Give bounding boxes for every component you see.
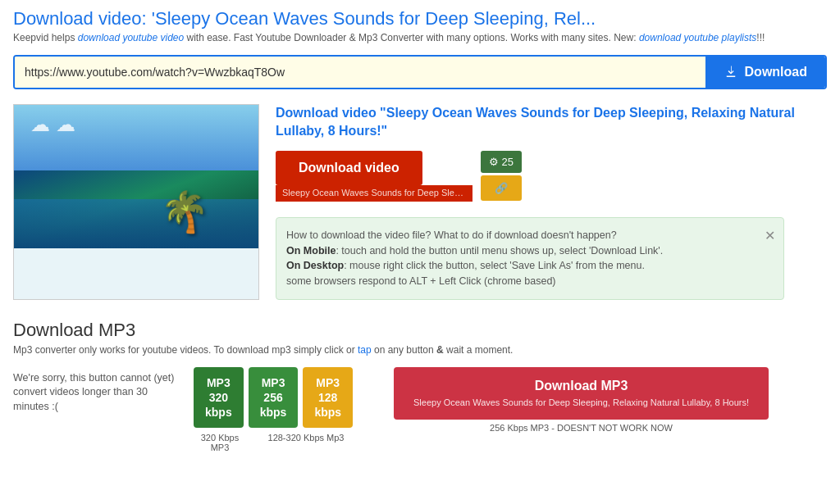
main-content: ☁ ☁ 🌴 Download video "Sleepy Ocean Waves… [0, 98, 840, 306]
mp3-256-button[interactable]: MP3 256 kbps [249, 367, 299, 429]
info-desktop-text: : mouse right click the button, select '… [344, 260, 645, 271]
side-buttons: ⚙ 25 🔗 [481, 151, 522, 201]
info-desktop-label: On Desktop [286, 260, 344, 271]
mp3-buttons-area: MP3 320 kbps MP3 256 kbps MP3 128 kbps 3… [194, 367, 361, 453]
sorry-text: We're sorry, this button cannot (yet) co… [13, 371, 177, 415]
big-mp3-label: Download MP3 [413, 379, 749, 393]
page-subtitle: Keepvid helps download youtube video wit… [13, 32, 827, 43]
mp3-320-line3: kbps [205, 405, 232, 420]
mp3-320-button[interactable]: MP3 320 kbps [194, 367, 244, 429]
big-mp3-subtitle: Sleepy Ocean Waves Sounds for Deep Sleep… [413, 397, 749, 408]
gear-button[interactable]: ⚙ 25 [481, 151, 522, 173]
info-line2: On Mobile: touch and hold the button unt… [286, 243, 759, 259]
link-button[interactable]: 🔗 [481, 175, 522, 201]
mp3-buttons-row: MP3 320 kbps MP3 256 kbps MP3 128 kbps [194, 367, 361, 429]
thumbnail-image: ☁ ☁ 🌴 [14, 105, 258, 248]
info-line1: How to download the video file? What to … [286, 228, 759, 243]
main-download-button[interactable]: Download [705, 57, 825, 88]
right-panel: Download video "Sleepy Ocean Waves Sound… [276, 104, 827, 300]
sorry-box: We're sorry, this button cannot (yet) co… [13, 367, 177, 415]
mp3-label-320: 320 Kbps MP3 [194, 433, 246, 452]
mp3-labels-row: 320 Kbps MP3 128-320 Kbps Mp3 [194, 433, 361, 452]
mp3-label-128-320: 128-320 Kbps Mp3 [251, 433, 361, 452]
thumbnail-ocean [14, 199, 258, 248]
mp3-section: Download MP3 Mp3 converter only works fo… [0, 306, 840, 461]
mp3-128-line2: 128 [314, 390, 341, 405]
mp3-256-line2: 256 [260, 390, 287, 405]
url-input[interactable] [15, 57, 705, 88]
mp3-320-line2: 320 [205, 390, 232, 405]
mp3-row: We're sorry, this button cannot (yet) co… [13, 367, 827, 453]
mp3-128-button[interactable]: MP3 128 kbps [303, 367, 353, 429]
download-video-area: Download video Sleepy Ocean Waves Sounds… [276, 151, 472, 202]
download-video-subtitle: Sleepy Ocean Waves Sounds for Deep Sleep… [276, 185, 472, 202]
link-icon: 🔗 [495, 182, 508, 194]
info-box: ✕ How to download the video file? What t… [276, 217, 784, 300]
page-header: Download video: 'Sleepy Ocean Waves Soun… [0, 0, 840, 47]
thumbnail-palm: 🌴 [160, 193, 209, 232]
info-line4: some browsers respond to ALT + Left Clic… [286, 274, 759, 289]
gear-icon: ⚙ [489, 156, 499, 168]
big-mp3-button-wrap: Download MP3 Sleepy Ocean Waves Sounds f… [394, 367, 769, 433]
close-button[interactable]: ✕ [765, 226, 775, 246]
mp3-128-line1: MP3 [314, 375, 341, 390]
mp3-256-line1: MP3 [260, 375, 287, 390]
info-mobile-label: On Mobile [286, 245, 336, 257]
info-line3: On Desktop: mouse right click the button… [286, 258, 759, 274]
download-btn-label: Download [745, 65, 807, 79]
thumbnail-clouds: ☁ ☁ [30, 113, 75, 136]
gear-count: 25 [502, 156, 514, 168]
subtitle-link-playlists[interactable]: download youtube playlists [639, 32, 756, 43]
download-icon [724, 65, 738, 79]
url-bar-wrapper: Download [13, 55, 827, 89]
video-title: Download video "Sleepy Ocean Waves Sound… [276, 104, 827, 141]
page-title: Download video: 'Sleepy Ocean Waves Soun… [13, 8, 827, 30]
url-bar-section: Download [0, 47, 840, 98]
big-mp3-note: 256 Kbps MP3 - DOESN'T NOT WORK NOW [394, 423, 769, 433]
mp3-320-line1: MP3 [205, 375, 232, 390]
big-mp3-download-button[interactable]: Download MP3 Sleepy Ocean Waves Sounds f… [394, 367, 769, 420]
video-thumbnail: ☁ ☁ 🌴 [13, 104, 259, 300]
download-video-button[interactable]: Download video [276, 151, 422, 185]
subtitle-link-download[interactable]: download youtube video [78, 32, 184, 43]
tap-link[interactable]: tap [358, 344, 372, 356]
mp3-128-line3: kbps [314, 405, 341, 420]
mp3-title: Download MP3 [13, 320, 827, 341]
info-mobile-text: : touch and hold the button until menu s… [336, 245, 663, 257]
mp3-256-line3: kbps [260, 405, 287, 420]
mp3-subtitle: Mp3 converter only works for youtube vid… [13, 344, 827, 356]
